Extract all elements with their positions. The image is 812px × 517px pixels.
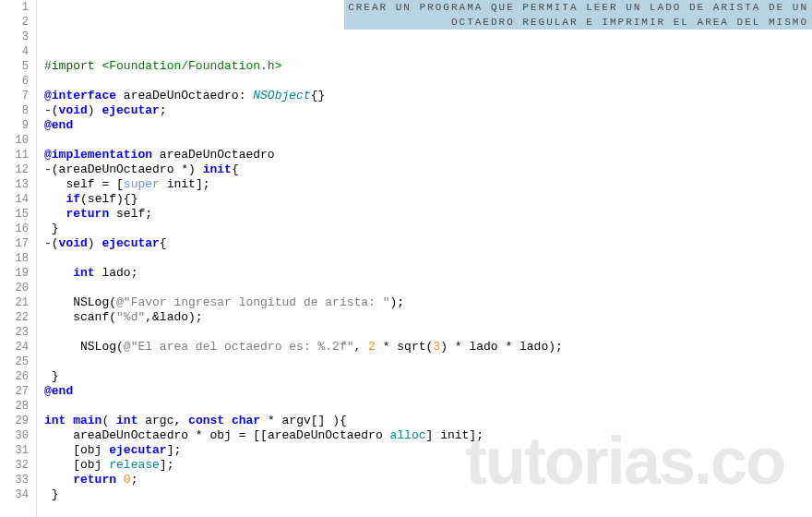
code-line: @implementation areaDeUnOctaedro <box>44 148 812 162</box>
code-line: @interface areaDeUnOctaedro: NSObject{} <box>44 89 812 103</box>
line-number: 29 <box>0 414 29 428</box>
line-number: 6 <box>0 74 29 89</box>
code-line <box>44 281 812 295</box>
line-number: 22 <box>0 310 29 325</box>
code-line <box>44 44 812 59</box>
line-number: 26 <box>0 369 29 384</box>
line-number: 3 <box>0 30 29 44</box>
line-number: 10 <box>0 133 29 148</box>
line-number: 12 <box>0 162 29 177</box>
code-line <box>44 30 812 44</box>
line-number: 5 <box>0 59 29 74</box>
code-line: @end <box>44 118 812 133</box>
code-line: int main( int argc, const char * argv[] … <box>44 414 812 428</box>
code-line: scanf("%d",&lado); <box>44 310 812 325</box>
code-line <box>44 74 812 89</box>
line-number: 16 <box>0 222 29 236</box>
line-number: 21 <box>0 295 29 310</box>
code-line: NSLog(@"El area del octaedro es: %.2f", … <box>44 340 812 355</box>
line-number: 15 <box>0 207 29 222</box>
code-line: -(void) ejecutar{ <box>44 236 812 251</box>
code-line: return self; <box>44 207 812 222</box>
code-line: } <box>44 222 812 236</box>
highlighted-comment: CREAR UN PROGRAMA QUE PERMITA LEER UN LA… <box>344 0 812 30</box>
line-number: 34 <box>0 487 29 502</box>
line-number: 30 <box>0 428 29 443</box>
line-number: 7 <box>0 89 29 103</box>
line-number: 20 <box>0 281 29 295</box>
line-number: 8 <box>0 103 29 118</box>
line-number: 9 <box>0 118 29 133</box>
comment-text: CREAR UN PROGRAMA QUE PERMITA LEER UN LA… <box>348 0 808 15</box>
code-line: [obj release]; <box>44 458 812 473</box>
line-number: 11 <box>0 148 29 162</box>
code-line: -(areaDeUnOctaedro *) init{ <box>44 162 812 177</box>
line-number: 23 <box>0 325 29 340</box>
code-line: NSLog(@"Favor ingresar longitud de arist… <box>44 295 812 310</box>
line-number: 17 <box>0 236 29 251</box>
line-number: 32 <box>0 458 29 473</box>
code-line: areaDeUnOctaedro * obj = [[areaDeUnOctae… <box>44 428 812 443</box>
code-line: #import <Foundation/Foundation.h> <box>44 59 812 74</box>
line-gutter: 1 2 3 4 5 6 7 8 9 10 11 12 13 14 15 16 1… <box>0 0 37 517</box>
line-number: 1 <box>0 0 29 15</box>
code-line <box>44 399 812 414</box>
code-line: [obj ejecutar]; <box>44 443 812 458</box>
code-line <box>44 251 812 266</box>
line-number: 25 <box>0 355 29 369</box>
code-line: int lado; <box>44 266 812 281</box>
line-number: 24 <box>0 340 29 355</box>
line-number: 31 <box>0 443 29 458</box>
line-number: 19 <box>0 266 29 281</box>
code-line: if(self){} <box>44 192 812 207</box>
line-number: 4 <box>0 44 29 59</box>
line-number: 13 <box>0 177 29 192</box>
line-number: 33 <box>0 473 29 487</box>
code-line: @end <box>44 384 812 399</box>
code-content[interactable]: CREAR UN PROGRAMA QUE PERMITA LEER UN LA… <box>37 0 812 517</box>
code-line <box>44 133 812 148</box>
code-line: -(void) ejecutar; <box>44 103 812 118</box>
line-number: 14 <box>0 192 29 207</box>
line-number: 27 <box>0 384 29 399</box>
line-number: 28 <box>0 399 29 414</box>
comment-text: OCTAEDRO REGULAR E IMPRIMIR EL AREA DEL … <box>348 15 808 30</box>
code-line <box>44 325 812 340</box>
line-number: 2 <box>0 15 29 30</box>
code-line: self = [super init]; <box>44 177 812 192</box>
code-line: return 0; <box>44 473 812 487</box>
code-line: } <box>44 487 812 502</box>
code-editor: 1 2 3 4 5 6 7 8 9 10 11 12 13 14 15 16 1… <box>0 0 812 517</box>
code-line <box>44 355 812 369</box>
code-line: } <box>44 369 812 384</box>
line-number: 18 <box>0 251 29 266</box>
